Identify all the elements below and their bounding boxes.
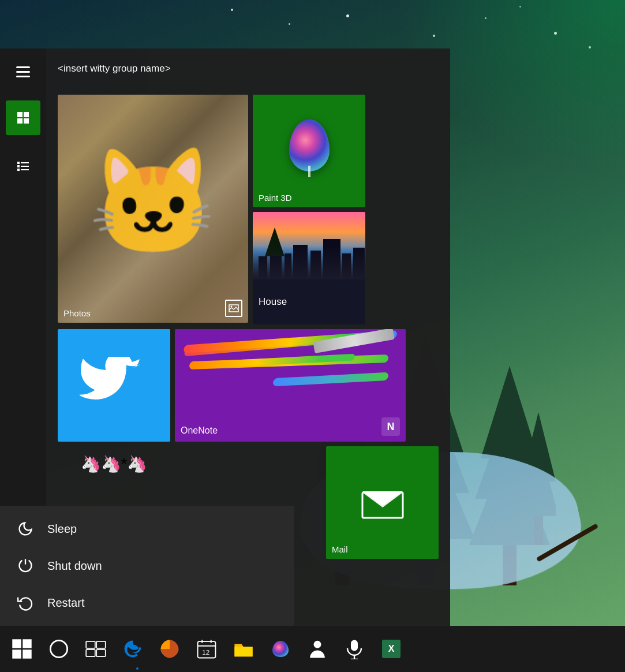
- svg-point-43: [50, 640, 67, 657]
- right-column: Paint 3D: [253, 95, 365, 324]
- tile-onenote[interactable]: OneNote N: [175, 329, 406, 442]
- mic-icon: [344, 639, 365, 659]
- cat-photo-bg: [58, 95, 248, 323]
- onenote-bg: [175, 329, 406, 442]
- tile-emoji-label: 🦄🦄*🦄: [81, 454, 148, 473]
- svg-rect-41: [12, 649, 21, 658]
- taskview-icon: [85, 639, 106, 659]
- tile-mail-label: Mail: [332, 544, 348, 554]
- svg-rect-45: [96, 641, 106, 648]
- svg-point-53: [314, 641, 321, 648]
- svg-rect-18: [24, 118, 29, 124]
- restart-icon: [17, 595, 33, 611]
- top-bar: <insert witty group name>: [46, 48, 450, 89]
- paint3d-logo: [286, 120, 332, 177]
- star: [346, 14, 349, 17]
- svg-rect-29: [285, 253, 291, 279]
- star: [519, 6, 521, 8]
- onenote-logo-badge: N: [381, 417, 400, 436]
- taskbar-recorder-button[interactable]: [337, 626, 372, 672]
- hamburger-button[interactable]: [6, 54, 40, 89]
- star: [433, 35, 435, 37]
- svg-text:12: 12: [202, 649, 209, 656]
- tile-row-2: OneNote N: [58, 329, 439, 442]
- svg-rect-42: [23, 649, 31, 658]
- tiles-icon: [16, 111, 30, 125]
- svg-marker-38: [362, 492, 403, 507]
- svg-rect-22: [21, 166, 29, 167]
- svg-rect-24: [21, 169, 29, 170]
- star: [485, 17, 486, 19]
- onenote-stroke-2: [189, 354, 388, 369]
- svg-rect-44: [86, 641, 95, 648]
- calendar-icon: 12: [196, 639, 217, 659]
- svg-rect-34: [353, 248, 365, 279]
- twitter-bird-icon: [80, 357, 149, 415]
- svg-rect-54: [351, 640, 358, 651]
- taskbar-edge-button[interactable]: [115, 626, 150, 672]
- tile-emoji[interactable]: 🦄🦄*🦄: [58, 446, 170, 481]
- taskbar-search-button[interactable]: [42, 626, 76, 672]
- star: [589, 46, 591, 48]
- circle-icon: [48, 639, 69, 659]
- tile-house[interactable]: House: [253, 212, 365, 324]
- star: [554, 32, 557, 35]
- svg-rect-15: [17, 112, 23, 117]
- svg-rect-47: [96, 649, 106, 656]
- taskbar-excel-button[interactable]: X: [374, 626, 409, 672]
- svg-rect-31: [310, 251, 321, 279]
- taskbar-explorer-button[interactable]: [226, 626, 261, 672]
- folder-icon: [233, 639, 254, 659]
- svg-rect-21: [17, 165, 20, 167]
- svg-rect-39: [12, 639, 21, 648]
- photos-taskbar-icon: [159, 639, 180, 659]
- svg-rect-33: [342, 253, 351, 279]
- sleep-label: Sleep: [47, 522, 77, 536]
- svg-point-26: [231, 306, 233, 308]
- onenote-stroke-3: [272, 372, 388, 387]
- sidebar-item-tiles[interactable]: [6, 100, 40, 135]
- svg-rect-27: [259, 256, 267, 279]
- svg-rect-30: [293, 245, 308, 279]
- sleep-icon: [17, 521, 33, 537]
- svg-rect-40: [23, 639, 31, 648]
- list-icon: [16, 159, 30, 173]
- taskbar-calendar-button[interactable]: 12: [189, 626, 224, 672]
- skyline-svg: [253, 227, 365, 279]
- sidebar-item-list[interactable]: [6, 149, 40, 184]
- taskbar-photos-button[interactable]: [152, 626, 187, 672]
- svg-rect-28: [270, 248, 282, 279]
- taskbar-paint3d-button[interactable]: [263, 626, 298, 672]
- tile-mail[interactable]: Mail: [326, 446, 439, 559]
- svg-rect-46: [86, 649, 95, 656]
- tile-paint3d[interactable]: Paint 3D: [253, 95, 365, 207]
- group-name-label: <insert witty group name>: [58, 63, 171, 74]
- restart-label: Restart: [47, 596, 84, 610]
- svg-rect-23: [17, 169, 20, 171]
- shutdown-icon: [17, 558, 33, 574]
- taskbar-taskview-button[interactable]: [78, 626, 113, 672]
- house-label-bg: House: [253, 279, 365, 324]
- power-menu: Sleep Shut down Restart: [0, 506, 294, 626]
- svg-rect-20: [21, 162, 29, 163]
- taskbar-start-button[interactable]: [5, 626, 39, 672]
- star: [231, 9, 233, 11]
- power-menu-item-sleep[interactable]: Sleep: [0, 510, 294, 547]
- tile-house-label: House: [259, 296, 287, 308]
- people-icon: [307, 639, 328, 659]
- svg-rect-32: [323, 239, 340, 279]
- power-menu-item-shutdown[interactable]: Shut down: [0, 547, 294, 584]
- tile-row-1: Photos Paint 3D: [58, 95, 439, 324]
- windows-logo-icon: [12, 639, 32, 659]
- svg-rect-17: [17, 118, 23, 124]
- taskbar-people-button[interactable]: [300, 626, 335, 672]
- tile-twitter[interactable]: [58, 329, 170, 442]
- tile-paint3d-label: Paint 3D: [259, 193, 292, 203]
- shutdown-label: Shut down: [47, 559, 102, 573]
- house-photo-bg: [253, 212, 365, 279]
- tile-photos[interactable]: Photos: [58, 95, 248, 323]
- menu-icon: [16, 66, 30, 77]
- tile-photos-label: Photos: [63, 308, 91, 318]
- power-menu-item-restart[interactable]: Restart: [0, 584, 294, 621]
- excel-icon: X: [382, 640, 401, 658]
